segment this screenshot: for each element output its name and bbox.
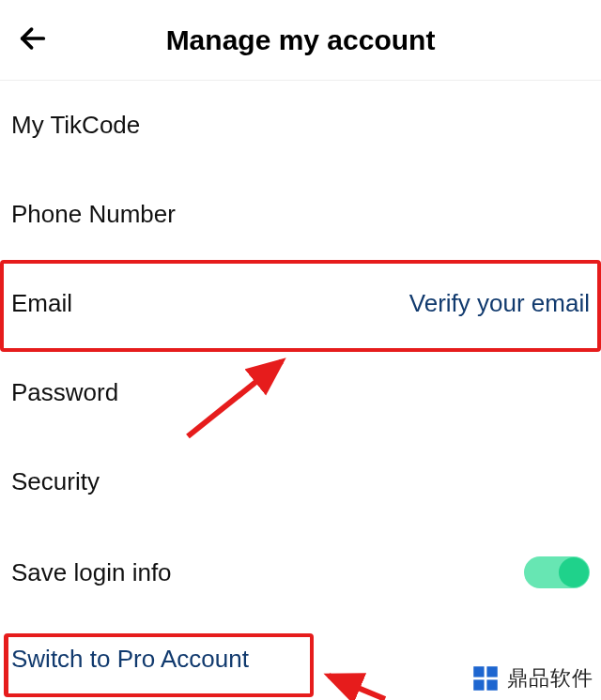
settings-list: My TikCode Phone Number Email Verify you… [0,81,601,685]
back-arrow-icon[interactable] [17,23,49,58]
svg-rect-5 [473,679,484,690]
watermark: 鼎品软件 [470,662,593,694]
page-title: Manage my account [166,24,436,56]
watermark-logo-icon [470,662,501,694]
header-bar: Manage my account [0,0,601,81]
row-phone-number[interactable]: Phone Number [0,170,601,259]
row-password[interactable]: Password [0,348,601,437]
svg-rect-4 [486,666,497,677]
row-label: Phone Number [11,200,176,229]
svg-rect-3 [473,666,484,677]
row-label: Save login info [11,558,172,587]
save-login-toggle[interactable] [524,556,590,588]
toggle-knob [559,557,589,587]
row-label: Email [11,289,72,318]
row-security[interactable]: Security [0,437,601,526]
row-email[interactable]: Email Verify your email [0,259,601,348]
row-label: Security [11,467,100,496]
row-save-login[interactable]: Save login info [0,526,601,618]
watermark-text: 鼎品软件 [507,664,593,692]
svg-rect-6 [486,679,497,690]
row-label: My TikCode [11,111,140,140]
verify-email-link[interactable]: Verify your email [409,289,590,318]
row-label: Password [11,378,118,407]
row-tikcode[interactable]: My TikCode [0,81,601,170]
